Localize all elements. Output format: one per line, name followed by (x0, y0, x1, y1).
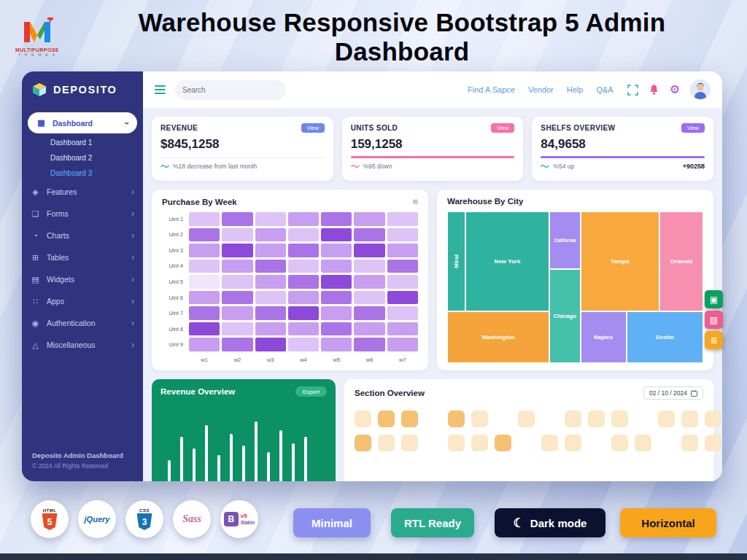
heatmap-cell (288, 260, 319, 273)
view-button[interactable]: View (681, 123, 705, 133)
section-cell (378, 411, 395, 427)
sidebar-item-forms[interactable]: ❏Forms› (22, 203, 143, 225)
heatmap-cell (354, 322, 384, 336)
heatmap-cell (354, 228, 384, 242)
section-grid (355, 411, 703, 451)
sass-badge[interactable]: Sass (173, 500, 211, 538)
fullscreen-icon[interactable] (627, 85, 638, 96)
bootstrap-version: v5 (241, 513, 247, 520)
bell-icon[interactable] (649, 84, 659, 96)
heatmap-row-label: Uint 9 (162, 338, 187, 351)
sidebar-footer: Deposito Admin Dashboard © 2024 All Righ… (22, 442, 143, 481)
grid-quick-button[interactable]: ▣ (705, 290, 723, 308)
revenue-bar (168, 460, 171, 481)
heatmap-cell (189, 275, 220, 289)
revenue-bar (255, 421, 258, 481)
section-cell (611, 435, 628, 451)
heatmap-cell (255, 291, 286, 305)
stat-card-units-sold: UNITS SOLDView159,1258%95 down (342, 117, 524, 181)
sidebar-item-tables[interactable]: ⊞Tables› (22, 246, 143, 268)
menu-toggle-icon[interactable] (155, 85, 166, 94)
section-cell (448, 411, 465, 427)
treemap-node-tampa[interactable]: Tampa (581, 211, 660, 311)
dark-mode-button[interactable]: ☾Dark mode (495, 508, 605, 537)
topbar-link-vendor[interactable]: Vendor (528, 85, 554, 94)
revenue-bar (230, 434, 233, 482)
list-quick-button[interactable]: ≣ (705, 331, 723, 349)
warehouse-by-city-card: Warehouse By City MiraiNew YorkCaliforni… (437, 190, 713, 370)
treemap-node-california[interactable]: California (549, 211, 580, 269)
topbar-link-find-a-sapce[interactable]: Find A Sapce (468, 85, 515, 94)
sidebar-item-apps[interactable]: ∷Apps› (22, 290, 143, 312)
card-menu-icon[interactable]: ≡ (412, 197, 418, 206)
section-cell (658, 435, 675, 451)
css3-shield-icon: 3 (137, 513, 152, 530)
treemap-node-washington[interactable]: Washington (447, 311, 549, 363)
main-area: Find A SapceVendorHelpQ&A ⚙ (143, 71, 722, 481)
view-button[interactable]: View (301, 123, 325, 133)
section-cell (588, 435, 605, 451)
treemap-node-orlando[interactable]: Orlando (659, 211, 703, 311)
settings-gear-icon[interactable]: ⚙ (670, 84, 680, 96)
stat-card-shelfs-overview: SHELFS OVERVIEWView84,9658%54 up+90258 (532, 117, 713, 181)
css3-badge[interactable]: CSS 3 (125, 500, 163, 538)
jquery-badge[interactable]: jQuery (78, 500, 116, 538)
treemap-node-mirai[interactable]: Mirai (447, 211, 465, 311)
sidebar-item-dashboard[interactable]: ▦Dashboard› (28, 112, 137, 133)
heatmap-cell (189, 338, 220, 351)
image-quick-button[interactable]: ▨ (705, 311, 723, 329)
html5-badge[interactable]: HTML 5 (31, 500, 69, 538)
sidebar-item-dashboard-2[interactable]: Dashboard 2 (22, 150, 143, 166)
treemap-node-naples[interactable]: Naples (581, 311, 627, 363)
heatmap-cell (255, 212, 286, 226)
view-button[interactable]: View (491, 123, 514, 133)
sidebar-item-widgets[interactable]: ▤Widgets› (22, 268, 143, 290)
stat-title: UNITS SOLD (351, 124, 398, 132)
sidebar-footer-line2: © 2024 All Rights Reserved (32, 462, 133, 471)
section-cell (705, 411, 721, 427)
heatmap-cell (288, 338, 319, 351)
trend-icon (541, 163, 549, 170)
sidebar-item-dashboard-3[interactable]: Dashboard 3 (22, 166, 143, 181)
topbar-link-help[interactable]: Help (567, 85, 584, 94)
stat-value: 159,1258 (351, 137, 515, 152)
bootstrap-badge[interactable]: B v5 Stable (220, 500, 258, 538)
treemap-node-new-york[interactable]: New York (465, 211, 550, 311)
heatmap-cell (354, 306, 384, 320)
heatmap-cell (222, 322, 252, 336)
topbar-link-q-a[interactable]: Q&A (596, 85, 613, 94)
section-cell (495, 411, 511, 427)
heatmap-cell (321, 338, 352, 351)
avatar-image (691, 80, 710, 99)
stat-title: REVENUE (160, 124, 198, 132)
sidebar-item-charts[interactable]: ◔Charts› (22, 225, 143, 246)
horizontal-button[interactable]: Horizontal (620, 508, 716, 537)
revenue-overview-card: Revenue Overview Export (152, 379, 336, 481)
heatmap-cell (255, 244, 286, 257)
treemap-node-destin[interactable]: Destin (627, 311, 703, 363)
heatmap-cell (321, 275, 352, 289)
rtl-ready-button[interactable]: RTL Ready (391, 508, 474, 537)
user-avatar[interactable] (690, 79, 711, 100)
sidebar-brand[interactable]: DEPOSITO (22, 71, 143, 108)
section-cell (355, 435, 371, 451)
export-button[interactable]: Export (295, 386, 327, 397)
heatmap-cell (354, 244, 384, 257)
sidebar-item-authentication[interactable]: ◉Authentication› (22, 312, 143, 334)
warehouse-by-city-title: Warehouse By City (447, 197, 523, 206)
date-picker[interactable]: 02 / 10 / 2024 (643, 386, 703, 400)
revenue-bar (180, 437, 183, 481)
sidebar-item-miscellaneous[interactable]: △Miscellaneous› (22, 334, 143, 356)
sidebar-item-features[interactable]: ◈Features› (22, 181, 143, 203)
section-cell (355, 411, 371, 427)
search-input[interactable] (182, 86, 279, 94)
heatmap-cell (222, 228, 252, 242)
sidebar-item-dashboard-1[interactable]: Dashboard 1 (22, 135, 143, 150)
heatmap-cell (354, 260, 384, 273)
heatmap-cell (321, 212, 352, 226)
search-box[interactable] (175, 80, 286, 100)
topbar: Find A SapceVendorHelpQ&A ⚙ (143, 71, 722, 108)
section-cell (658, 411, 675, 427)
treemap-node-chicago[interactable]: Chicago (549, 269, 580, 363)
minimal-button[interactable]: Minimal (293, 508, 371, 537)
